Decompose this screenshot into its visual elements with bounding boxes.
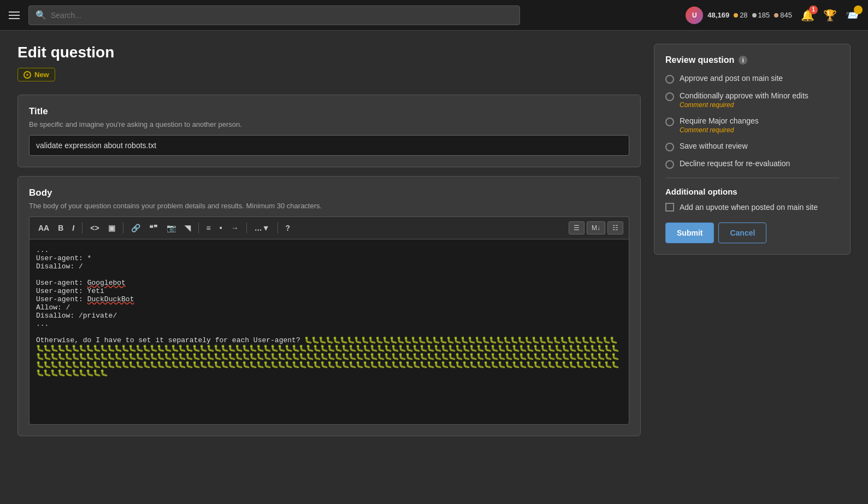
toolbar-view-markdown[interactable]: M↓ xyxy=(587,221,605,235)
review-option-approve-label: Approve and post on main site xyxy=(680,74,783,83)
notifications-icon[interactable]: 🔔 1 xyxy=(801,9,814,22)
body-section-hint: The body of your question contains your … xyxy=(29,202,629,210)
review-option-conditional[interactable]: Conditionally approve with Minor edits C… xyxy=(665,91,839,109)
option-label-text: Approve and post on main site xyxy=(680,74,783,83)
toolbar-view-split[interactable]: ☰ xyxy=(569,221,584,235)
inbox-badge xyxy=(854,5,863,14)
option-subnote-conditional: Comment required xyxy=(680,101,808,109)
hamburger-menu[interactable] xyxy=(9,11,20,19)
title-input[interactable] xyxy=(29,135,629,156)
submit-button[interactable]: Submit xyxy=(665,222,714,243)
new-badge-label: New xyxy=(34,71,49,79)
review-option-conditional-label: Conditionally approve with Minor edits C… xyxy=(680,91,808,109)
radio-decline[interactable] xyxy=(665,160,674,169)
toolbar-left: AA B I <> ▣ 🔗 ❝❞ 📷 ◥ ≡ • → …▼ xyxy=(35,222,293,234)
checkbox-option-upvote[interactable]: Add an upvote when posted on main site xyxy=(665,203,839,212)
review-divider xyxy=(665,178,839,178)
toolbar-code-block[interactable]: ▣ xyxy=(105,222,119,234)
header: 🔍 U 48,169 28 185 845 🔔 1 🏆 📨 xyxy=(0,0,868,31)
toolbar-view-preview[interactable]: ☷ xyxy=(607,221,623,235)
silver-stat: 185 xyxy=(752,11,770,19)
search-input[interactable] xyxy=(51,11,513,20)
cancel-button[interactable]: Cancel xyxy=(718,222,766,243)
search-bar[interactable]: 🔍 xyxy=(28,5,520,25)
review-option-major[interactable]: Require Major changes Comment required xyxy=(665,116,839,134)
gold-count: 28 xyxy=(740,11,747,19)
body-section: Body The body of your question contains … xyxy=(17,176,641,436)
review-option-decline[interactable]: Decline request for re-evaluation xyxy=(665,159,839,169)
toolbar-unordered-list[interactable]: • xyxy=(216,222,226,234)
review-option-decline-label: Decline request for re-evaluation xyxy=(680,159,790,168)
bronze-count: 845 xyxy=(780,11,792,19)
review-option-save-no-review[interactable]: Save without review xyxy=(665,142,839,151)
radio-conditional[interactable] xyxy=(665,92,674,101)
toolbar-indent[interactable]: → xyxy=(228,222,242,234)
toolbar-table[interactable]: ◥ xyxy=(181,222,194,234)
title-section: Title Be specific and imagine you're ask… xyxy=(17,95,641,167)
page-title: Edit question xyxy=(17,44,641,61)
toolbar-divider-5 xyxy=(277,222,278,233)
toolbar-quote[interactable]: ❝❞ xyxy=(146,222,161,234)
editor-area[interactable]: ... User-agent: * Disallow: / User-agent… xyxy=(29,239,629,425)
radio-approve[interactable] xyxy=(665,75,674,84)
body-section-label: Body xyxy=(29,187,629,198)
toolbar-divider-3 xyxy=(198,222,199,233)
left-panel: Edit question ● New Title Be specific an… xyxy=(17,44,641,445)
right-panel: Review question i Approve and post on ma… xyxy=(654,44,851,445)
checkbox-upvote-label: Add an upvote when posted on main site xyxy=(680,203,818,212)
action-buttons: Submit Cancel xyxy=(665,222,839,243)
gold-stat: 28 xyxy=(734,11,747,19)
checkbox-upvote[interactable] xyxy=(665,203,674,212)
toolbar-right: ☰ M↓ ☷ xyxy=(569,221,623,235)
option-label-text: Conditionally approve with Minor edits xyxy=(680,91,808,100)
search-icon: 🔍 xyxy=(36,10,46,20)
review-option-major-label: Require Major changes Comment required xyxy=(680,116,759,134)
bronze-stat: 845 xyxy=(774,11,792,19)
toolbar-divider-1 xyxy=(82,222,82,233)
review-title: Review question i xyxy=(665,55,839,65)
user-info: U 48,169 28 185 845 xyxy=(686,7,792,24)
avatar: U xyxy=(686,7,703,24)
title-section-hint: Be specific and imagine you're asking a … xyxy=(29,120,629,128)
notification-badge: 1 xyxy=(809,5,818,14)
toolbar-more[interactable]: …▼ xyxy=(251,222,273,234)
toolbar-bold[interactable]: B xyxy=(55,222,67,234)
toolbar-image[interactable]: 📷 xyxy=(163,222,179,234)
option-label-text: Require Major changes xyxy=(680,116,759,125)
bronze-dot xyxy=(774,13,778,17)
toolbar-italic[interactable]: I xyxy=(69,222,78,234)
review-card: Review question i Approve and post on ma… xyxy=(654,44,851,255)
new-badge: ● New xyxy=(17,68,55,81)
reputation-count: 48,169 xyxy=(707,11,729,19)
radio-save-no-review[interactable] xyxy=(665,143,674,151)
editor-content: ... User-agent: * Disallow: / User-agent… xyxy=(36,246,622,377)
review-option-save-no-review-label: Save without review xyxy=(680,142,748,150)
radio-major[interactable] xyxy=(665,118,674,126)
gold-dot xyxy=(734,13,738,17)
trophy-icon[interactable]: 🏆 xyxy=(823,9,837,22)
toolbar-help[interactable]: ? xyxy=(282,222,294,234)
editor-toolbar: AA B I <> ▣ 🔗 ❝❞ 📷 ◥ ≡ • → …▼ xyxy=(29,216,629,239)
toolbar-link[interactable]: 🔗 xyxy=(128,222,144,234)
header-right: U 48,169 28 185 845 🔔 1 🏆 📨 xyxy=(686,7,859,24)
review-title-text: Review question xyxy=(665,55,734,65)
main-content: Edit question ● New Title Be specific an… xyxy=(0,31,868,458)
silver-dot xyxy=(752,13,757,17)
toolbar-font-size[interactable]: AA xyxy=(35,222,52,234)
toolbar-code[interactable]: <> xyxy=(87,222,102,234)
review-info-icon[interactable]: i xyxy=(739,56,747,65)
toolbar-divider-4 xyxy=(246,222,247,233)
additional-options-title: Additional options xyxy=(665,187,839,196)
silver-count: 185 xyxy=(758,11,770,19)
option-subnote-major: Comment required xyxy=(680,126,759,134)
new-badge-icon: ● xyxy=(23,71,31,79)
toolbar-divider-2 xyxy=(123,222,123,233)
toolbar-ordered-list[interactable]: ≡ xyxy=(203,222,214,234)
review-option-approve[interactable]: Approve and post on main site xyxy=(665,74,839,84)
title-section-label: Title xyxy=(29,106,629,117)
inbox-icon[interactable]: 📨 xyxy=(846,9,859,22)
